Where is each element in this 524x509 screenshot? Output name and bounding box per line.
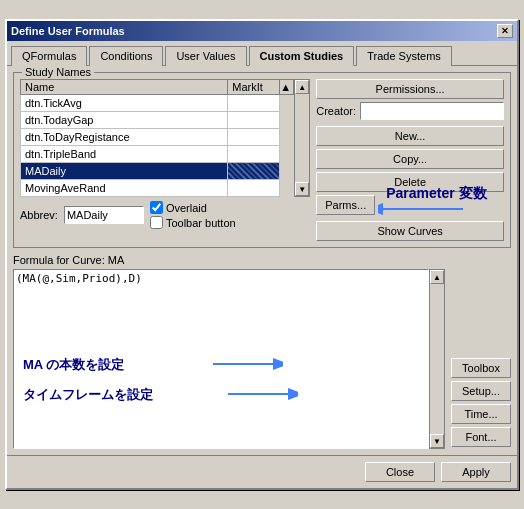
title-bar-buttons: ✕ [497,24,513,38]
formula-scroll-up[interactable]: ▲ [430,270,444,284]
abbrev-row: Abbrev: Overlaid Toolbar button [20,201,310,229]
show-curves-button[interactable]: Show Curves [316,221,504,241]
right-side-buttons: Toolbox Setup... Time... Font... [451,269,511,449]
overlaid-checkbox-label[interactable]: Overlaid [150,201,236,214]
creator-input[interactable] [360,102,504,120]
bottom-bar: Close Apply [7,455,517,488]
table-row[interactable]: dtn.TodayGap [21,112,294,129]
table-scrollbar[interactable]: ▲ ▼ [294,79,310,197]
tab-user-values[interactable]: User Values [165,46,246,66]
toolbox-button[interactable]: Toolbox [451,358,511,378]
apply-button[interactable]: Apply [441,462,511,482]
setup-button[interactable]: Setup... [451,381,511,401]
toolbar-checkbox[interactable] [150,216,163,229]
table-row[interactable]: dtn.TickAvg [21,95,294,112]
content-area: Study Names Name MarkIt ▲ [7,66,517,455]
formula-section: Formula for Curve: MA ▲ ▼ MA の本数を設定 [13,254,511,449]
table-row[interactable]: dtn.TripleBand [21,146,294,163]
checkbox-group: Overlaid Toolbar button [150,201,236,229]
toolbar-checkbox-label[interactable]: Toolbar button [150,216,236,229]
close-button[interactable]: ✕ [497,24,513,38]
font-button[interactable]: Font... [451,427,511,447]
delete-button[interactable]: Delete [316,172,504,192]
study-table: Name MarkIt ▲ dtn.TickAvg [20,79,294,197]
formula-area-wrapper: ▲ ▼ MA の本数を設定 タイムフレームを設 [13,269,445,449]
study-names-group: Study Names Name MarkIt ▲ [13,72,511,248]
title-bar: Define User Formulas ✕ [7,21,517,41]
time-button[interactable]: Time... [451,404,511,424]
col-markit: MarkIt [228,80,280,95]
tab-trade-systems[interactable]: Trade Systems [356,46,452,66]
formula-scrollbar[interactable]: ▲ ▼ [429,269,445,449]
new-button[interactable]: New... [316,126,504,146]
tab-qformulas[interactable]: QFormulas [11,46,87,66]
scroll-down[interactable]: ▼ [295,182,309,196]
window-title: Define User Formulas [11,25,125,37]
formula-header: Formula for Curve: MA [13,254,511,266]
sort-button[interactable]: ▲ [280,80,294,95]
scroll-up[interactable]: ▲ [295,80,309,94]
param-arrow [378,197,468,222]
table-row[interactable]: MovingAveRand [21,180,294,197]
study-buttons-col: Permissions... Creator: New... Copy... D… [316,79,504,241]
study-names-title: Study Names [22,66,94,78]
parms-button[interactable]: Parms... [316,195,375,215]
abbrev-label: Abbrev: [20,209,58,221]
scroll-track [295,94,309,182]
tab-custom-studies[interactable]: Custom Studies [249,46,355,66]
abbrev-input[interactable] [64,206,144,224]
permissions-button[interactable]: Permissions... [316,79,504,99]
main-window: Define User Formulas ✕ QFormulas Conditi… [5,19,519,490]
overlaid-checkbox[interactable] [150,201,163,214]
col-name: Name [21,80,228,95]
tab-conditions[interactable]: Conditions [89,46,163,66]
creator-label: Creator: [316,105,356,117]
close-button[interactable]: Close [365,462,435,482]
formula-scroll-down[interactable]: ▼ [430,434,444,448]
copy-button[interactable]: Copy... [316,149,504,169]
formula-textarea[interactable] [13,269,429,449]
creator-row: Creator: [316,102,504,120]
table-row-selected[interactable]: MADaily [21,163,294,180]
tabs-row: QFormulas Conditions User Values Custom … [7,41,517,66]
table-row[interactable]: dtn.ToDayRegistance [21,129,294,146]
